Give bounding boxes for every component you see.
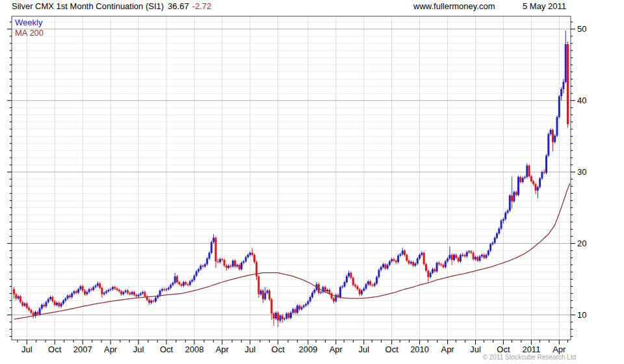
x-axis-label: Jul xyxy=(133,344,144,354)
x-axis-label: Apr xyxy=(330,344,343,354)
chart-legend: Weekly MA 200 xyxy=(15,18,44,38)
x-axis-label: Apr xyxy=(441,344,454,354)
x-axis-label: Jul xyxy=(470,344,481,354)
y-axis-label: 40 xyxy=(577,96,586,105)
x-axis-label: 2007 xyxy=(73,344,92,354)
legend-ma200-label: MA 200 xyxy=(15,28,44,38)
x-axis-label: 2010 xyxy=(410,344,429,354)
price-chart-canvas: 1020304050JulOct2007AprJulOct2008AprJulO… xyxy=(0,0,624,364)
x-axis-label: Oct xyxy=(497,344,510,354)
x-axis-label: 2011 xyxy=(522,344,540,354)
x-axis-label: Jul xyxy=(358,344,369,354)
y-axis-label: 20 xyxy=(577,239,586,248)
copyright-notice: © 2011 Stockcube Research Ltd xyxy=(459,354,576,361)
chart-window: Silver CMX 1st Month Continuation (SI1)3… xyxy=(0,0,624,364)
y-axis-label: 30 xyxy=(577,167,586,177)
x-axis-label: Apr xyxy=(552,344,566,354)
x-axis-label: 2009 xyxy=(298,344,317,354)
x-axis-label: Apr xyxy=(216,344,229,354)
legend-weekly-label: Weekly xyxy=(15,18,44,28)
x-axis-label: Jul xyxy=(244,344,255,354)
x-axis-label: Oct xyxy=(160,344,174,354)
x-axis-label: Oct xyxy=(272,344,285,354)
y-axis-label: 50 xyxy=(577,24,586,34)
y-axis-label: 10 xyxy=(577,310,586,320)
x-axis-label: Oct xyxy=(48,344,62,354)
ma200-line xyxy=(14,183,570,319)
x-axis-label: Oct xyxy=(385,344,399,354)
x-axis-label: 2008 xyxy=(185,344,203,354)
x-axis-label: Apr xyxy=(104,344,118,354)
x-axis-label: Jul xyxy=(21,344,32,354)
